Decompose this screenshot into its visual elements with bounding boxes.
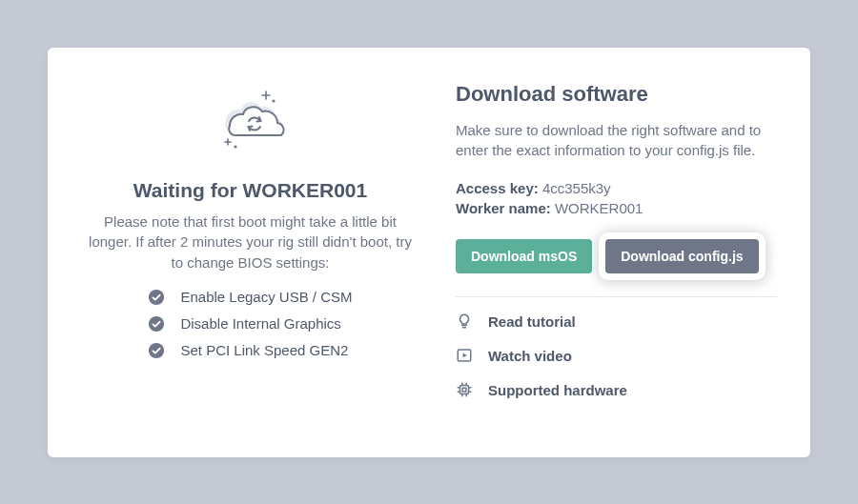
svg-rect-11 xyxy=(460,386,469,394)
bios-item: Set PCI Link Speed GEN2 xyxy=(148,342,352,359)
worker-name-value: WORKER001 xyxy=(555,200,644,216)
svg-marker-10 xyxy=(463,353,468,358)
bios-settings-list: Enable Legacy USB / CSM Disable Internal… xyxy=(148,289,352,369)
bios-item-label: Disable Internal Graphics xyxy=(180,315,340,332)
watch-video-link[interactable]: Watch video xyxy=(456,347,777,364)
svg-point-6 xyxy=(149,290,164,305)
svg-rect-12 xyxy=(462,388,466,392)
download-buttons: Download msOS Download config.js xyxy=(456,239,777,273)
left-panel: Waiting for WORKER001 Please note that f… xyxy=(72,82,429,423)
download-msos-button[interactable]: Download msOS xyxy=(456,239,592,273)
access-key-label: Access key: xyxy=(456,180,539,196)
divider xyxy=(456,296,777,297)
download-title: Download software xyxy=(456,82,777,107)
worker-name-row: Worker name: WORKER001 xyxy=(456,200,777,216)
read-tutorial-link[interactable]: Read tutorial xyxy=(456,312,777,330)
onboarding-card: Waiting for WORKER001 Please note that f… xyxy=(48,48,810,457)
svg-point-5 xyxy=(234,145,236,148)
cloud-sync-icon xyxy=(81,88,419,156)
lightbulb-icon xyxy=(456,312,473,330)
link-label: Read tutorial xyxy=(488,313,576,330)
svg-point-7 xyxy=(149,316,164,332)
bios-item-label: Enable Legacy USB / CSM xyxy=(180,289,352,305)
right-panel: Download software Make sure to download … xyxy=(429,82,786,423)
svg-point-4 xyxy=(272,99,275,102)
link-label: Supported hardware xyxy=(488,382,627,398)
supported-hardware-link[interactable]: Supported hardware xyxy=(456,381,777,398)
worker-name-label: Worker name: xyxy=(456,200,551,216)
bios-item-label: Set PCI Link Speed GEN2 xyxy=(180,342,348,358)
link-label: Watch video xyxy=(488,348,572,364)
download-config-button[interactable]: Download config.js xyxy=(605,239,758,273)
check-circle-icon xyxy=(148,315,165,333)
access-key-value: 4cc355k3y xyxy=(542,180,611,196)
cpu-icon xyxy=(456,381,473,398)
waiting-title: Waiting for WORKER001 xyxy=(81,179,419,202)
check-circle-icon xyxy=(148,342,165,359)
play-square-icon xyxy=(456,347,473,364)
bios-item: Disable Internal Graphics xyxy=(148,315,352,333)
svg-point-8 xyxy=(149,343,164,358)
download-description: Make sure to download the right software… xyxy=(456,120,777,162)
bios-item: Enable Legacy USB / CSM xyxy=(148,289,352,306)
access-key-row: Access key: 4cc355k3y xyxy=(456,180,777,196)
check-circle-icon xyxy=(148,289,165,306)
waiting-description: Please note that first boot might take a… xyxy=(81,212,419,273)
